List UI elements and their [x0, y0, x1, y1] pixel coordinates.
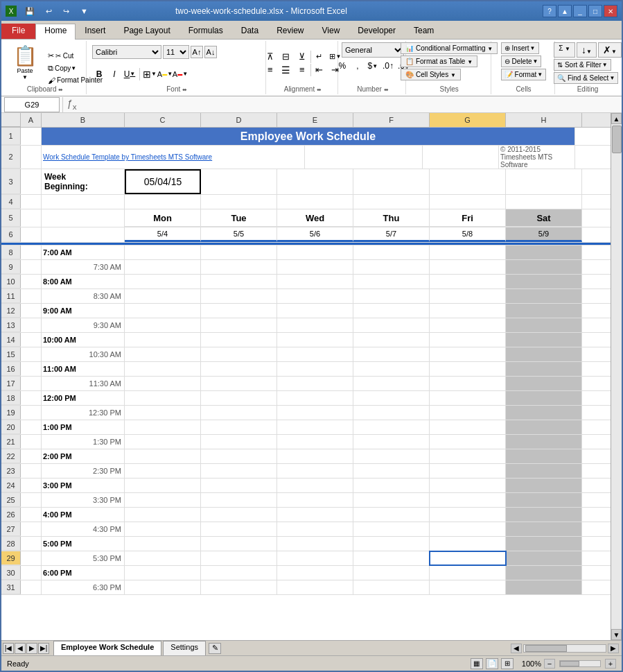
cell-F22[interactable]: [353, 449, 430, 463]
dollar-button[interactable]: $▼: [366, 59, 380, 73]
scroll-track-v[interactable]: [611, 124, 622, 629]
cell-F30[interactable]: [353, 566, 430, 580]
cell-E27[interactable]: [277, 522, 353, 536]
cell-A6[interactable]: [21, 227, 42, 242]
normal-view-button[interactable]: ▦: [471, 658, 483, 669]
cell-H26[interactable]: [506, 508, 582, 522]
cell-C23[interactable]: [125, 464, 201, 478]
cell-A5[interactable]: [21, 209, 42, 227]
quick-access-save[interactable]: 💾: [25, 7, 35, 16]
cell-E15[interactable]: [277, 347, 353, 361]
tab-review[interactable]: Review: [267, 24, 313, 39]
cell-F16[interactable]: [353, 362, 430, 376]
cell-B31[interactable]: 6:30 PM: [42, 580, 125, 594]
zoom-in-button[interactable]: +: [605, 659, 616, 669]
cell-F13[interactable]: [353, 318, 430, 332]
tab-view[interactable]: View: [313, 24, 349, 39]
cell-H30[interactable]: [506, 566, 582, 580]
cell-G5[interactable]: Fri: [430, 209, 506, 227]
cell-D6[interactable]: 5/5: [201, 227, 277, 242]
cell-C17[interactable]: [125, 377, 201, 390]
font-decrease-button[interactable]: A↓: [204, 46, 217, 58]
h-scroll-thumb[interactable]: [525, 645, 567, 652]
cell-D25[interactable]: [201, 493, 277, 507]
cell-A15[interactable]: [21, 347, 42, 361]
cell-A23[interactable]: [21, 464, 42, 478]
cell-week-label[interactable]: Week Beginning:: [42, 169, 125, 194]
align-right-button[interactable]: ≡: [295, 64, 310, 76]
cell-H17[interactable]: [506, 377, 582, 390]
cell-A19[interactable]: [21, 406, 42, 420]
sheet-tab-employee[interactable]: Employee Work Schedule: [53, 641, 161, 655]
cell-C18[interactable]: [125, 391, 201, 405]
col-header-C[interactable]: C: [125, 113, 201, 127]
cell-D21[interactable]: [201, 435, 277, 449]
cell-C8[interactable]: [125, 245, 201, 259]
cell-H6[interactable]: 5/9: [506, 227, 582, 242]
cell-G12[interactable]: [430, 304, 506, 318]
cell-F14[interactable]: [353, 333, 430, 347]
page-layout-button[interactable]: 📄: [486, 658, 498, 669]
cell-D17[interactable]: [201, 377, 277, 390]
cell-H27[interactable]: [506, 522, 582, 536]
percent-button[interactable]: %: [335, 59, 349, 73]
cell-D12[interactable]: [201, 304, 277, 318]
tab-home[interactable]: Home: [35, 24, 76, 40]
cell-F20[interactable]: [353, 420, 430, 434]
page-break-button[interactable]: ⊞: [501, 658, 514, 669]
cell-B21[interactable]: 1:30 PM: [42, 435, 125, 449]
cell-B22[interactable]: 2:00 PM: [42, 449, 125, 463]
cell-G9[interactable]: [430, 260, 506, 274]
delete-button[interactable]: ⊖ Delete ▼: [501, 55, 542, 67]
cell-F5[interactable]: Thu: [353, 209, 430, 227]
scroll-right-button[interactable]: ▶: [608, 644, 619, 653]
cell-G3[interactable]: [430, 169, 506, 194]
cell-C10[interactable]: [125, 275, 201, 288]
cell-E26[interactable]: [277, 508, 353, 522]
col-header-E[interactable]: E: [277, 113, 353, 127]
cell-E22[interactable]: [277, 449, 353, 463]
cell-A10[interactable]: [21, 275, 42, 288]
cell-C21[interactable]: [125, 435, 201, 449]
cell-H22[interactable]: [506, 449, 582, 463]
cell-C13[interactable]: [125, 318, 201, 332]
cell-D10[interactable]: [201, 275, 277, 288]
col-header-D[interactable]: D: [201, 113, 277, 127]
cell-B4[interactable]: [42, 195, 125, 209]
cell-C12[interactable]: [125, 304, 201, 318]
cell-E6[interactable]: 5/6: [277, 227, 353, 242]
fill-button[interactable]: ↓▼: [577, 42, 597, 58]
cell-G22[interactable]: [430, 449, 506, 463]
cell-H14[interactable]: [506, 333, 582, 347]
cell-D13[interactable]: [201, 318, 277, 332]
tab-developer[interactable]: Developer: [349, 24, 405, 39]
align-middle-button[interactable]: ⊟: [279, 51, 294, 63]
cell-D30[interactable]: [201, 566, 277, 580]
number-format-select[interactable]: General: [342, 42, 404, 58]
cell-A31[interactable]: [21, 580, 42, 594]
cell-D4[interactable]: [201, 195, 277, 209]
cell-B24[interactable]: 3:00 PM: [42, 479, 125, 492]
cell-B20[interactable]: 1:00 PM: [42, 420, 125, 434]
prev-sheet-button[interactable]: ◀: [15, 643, 26, 654]
cell-B30[interactable]: 6:00 PM: [42, 566, 125, 580]
cell-C29[interactable]: [125, 551, 201, 565]
cell-E30[interactable]: [277, 566, 353, 580]
fill-color-button[interactable]: A▬▼: [158, 67, 172, 81]
cell-G13[interactable]: [430, 318, 506, 332]
cell-D14[interactable]: [201, 333, 277, 347]
align-top-button[interactable]: ⊼: [263, 51, 278, 63]
cell-E4[interactable]: [277, 195, 353, 209]
cell-E5[interactable]: Wed: [277, 209, 353, 227]
italic-button[interactable]: I: [107, 67, 121, 81]
cell-G6[interactable]: 5/8: [430, 227, 506, 242]
cell-E8[interactable]: [277, 245, 353, 259]
cell-H19[interactable]: [506, 406, 582, 420]
cell-A8[interactable]: [21, 245, 42, 259]
cell-E10[interactable]: [277, 275, 353, 288]
ribbon-collapse[interactable]: ▲: [558, 5, 572, 17]
cell-G17[interactable]: [430, 377, 506, 390]
cell-E20[interactable]: [277, 420, 353, 434]
cell-C4[interactable]: [125, 195, 201, 209]
cell-filler-2[interactable]: [305, 146, 423, 169]
